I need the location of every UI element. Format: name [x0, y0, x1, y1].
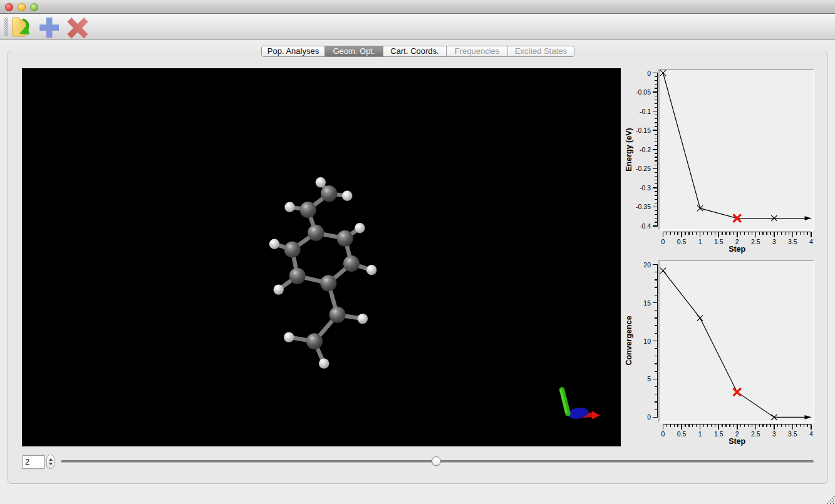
svg-text:-0.1: -0.1: [640, 108, 651, 115]
svg-text:4: 4: [809, 430, 813, 438]
svg-text:0: 0: [661, 430, 665, 438]
svg-text:-0.05: -0.05: [636, 88, 651, 96]
svg-text:0: 0: [647, 413, 651, 421]
svg-text:2.5: 2.5: [751, 238, 760, 245]
svg-text:1: 1: [698, 238, 702, 245]
svg-text:-0.4: -0.4: [640, 222, 651, 230]
svg-text:-0.3: -0.3: [640, 184, 651, 192]
svg-text:10: 10: [643, 337, 651, 345]
svg-text:0: 0: [661, 238, 665, 245]
svg-text:1.5: 1.5: [714, 238, 723, 245]
svg-text:20: 20: [643, 261, 651, 269]
svg-text:4: 4: [809, 238, 813, 245]
svg-text:15: 15: [643, 299, 651, 307]
svg-text:1.5: 1.5: [714, 430, 723, 438]
svg-text:Energy (eV): Energy (eV): [625, 128, 633, 171]
svg-text:-0.15: -0.15: [636, 126, 651, 134]
svg-text:0.5: 0.5: [677, 430, 687, 438]
svg-text:Convergence: Convergence: [625, 316, 633, 365]
svg-text:-0.25: -0.25: [636, 165, 651, 172]
svg-text:3: 3: [772, 238, 776, 245]
svg-text:2.5: 2.5: [751, 430, 760, 438]
svg-text:Step: Step: [729, 437, 745, 446]
svg-text:0: 0: [647, 69, 651, 77]
svg-text:1: 1: [698, 430, 702, 438]
svg-text:-0.35: -0.35: [636, 203, 651, 210]
svg-text:3.5: 3.5: [788, 430, 797, 438]
svg-text:0.5: 0.5: [677, 238, 687, 245]
svg-text:3: 3: [772, 430, 776, 438]
svg-text:3.5: 3.5: [788, 238, 797, 245]
svg-text:5: 5: [647, 375, 651, 383]
svg-text:Step: Step: [729, 245, 745, 254]
svg-text:-0.2: -0.2: [640, 146, 651, 153]
